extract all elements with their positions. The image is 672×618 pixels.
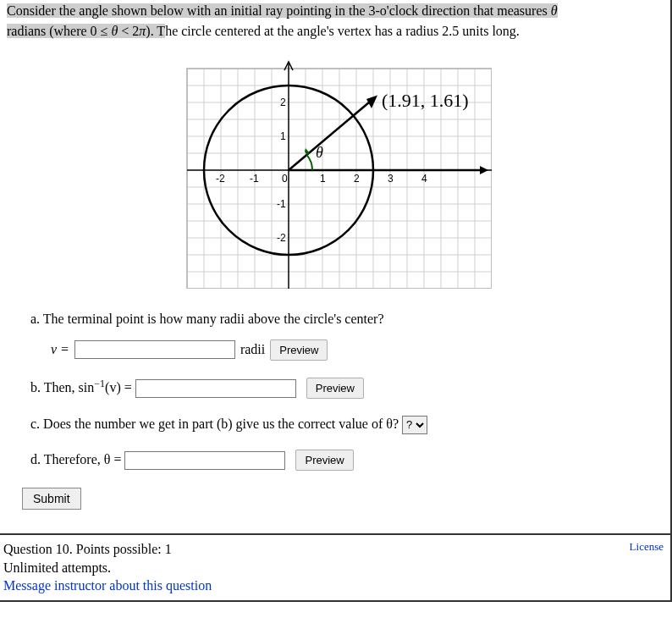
y-tick: -1 [277,198,286,210]
y-tick: 1 [280,130,286,142]
prompt-line-2: radians (where 0 ≤ θ < 2π). The circle c… [7,22,664,41]
x-tick: 1 [320,173,326,185]
part-d-input[interactable] [124,451,285,470]
prompt-line-1: Consider the angle shown below with an i… [7,2,664,20]
part-d-text: d. Therefore, θ = [30,452,124,466]
part-c-text: c. Does the number we get in part (b) gi… [30,417,402,431]
license-link[interactable]: License [630,540,664,554]
svg-marker-35 [480,166,488,174]
message-instructor-link[interactable]: Message instructor about this question [3,578,212,593]
terminal-ray-arrow [366,95,377,108]
terminal-point-label: (1.91, 1.61) [382,90,469,111]
x-tick: 2 [354,173,360,185]
part-b-suffix: (v) = [105,380,135,395]
x-tick: 3 [388,173,394,185]
preview-button-d[interactable]: Preview [295,450,353,471]
part-a-text: a. The terminal point is how many radii … [30,312,384,326]
prompt-highlight-2: radians (where 0 ≤ θ < 2π). T [7,24,165,38]
part-b: b. Then, sin−1(v) = Preview [30,376,664,399]
prompt-highlight-1: Consider the angle shown below with an i… [7,3,558,18]
angle-circle-diagram: θ (1.91, 1.61) -2 -1 0 1 2 3 4 -2 -1 1 2 [179,52,492,289]
x-tick: -2 [216,173,225,185]
theta-label: θ [316,144,323,161]
radii-unit-label: radii [240,339,265,360]
footer-points: Question 10. Points possible: 1 [3,540,664,559]
part-a: a. The terminal point is how many radii … [30,309,664,361]
part-b-prefix: b. Then, sin [30,380,94,395]
part-c-select[interactable]: ? [402,416,427,434]
x-tick: -1 [250,173,259,185]
question-footer: License Question 10. Points possible: 1 … [0,533,672,602]
diagram-container: θ (1.91, 1.61) -2 -1 0 1 2 3 4 -2 -1 1 2 [7,43,664,309]
submit-button[interactable]: Submit [22,488,81,510]
svg-line-36 [289,98,373,169]
preview-button-a[interactable]: Preview [270,339,328,361]
part-d: d. Therefore, θ = Preview [30,450,664,471]
y-tick: -2 [277,232,286,244]
part-b-input[interactable] [135,379,296,398]
v-equals-label: v = [51,339,69,360]
part-c: c. Does the number we get in part (b) gi… [30,414,664,434]
inverse-exponent: −1 [94,378,105,389]
preview-button-b[interactable]: Preview [306,378,364,399]
footer-attempts: Unlimited attempts. [3,559,664,577]
x-tick: 0 [282,173,288,185]
part-a-input[interactable] [74,340,235,359]
x-tick: 4 [421,173,427,185]
y-tick: 2 [280,97,286,108]
